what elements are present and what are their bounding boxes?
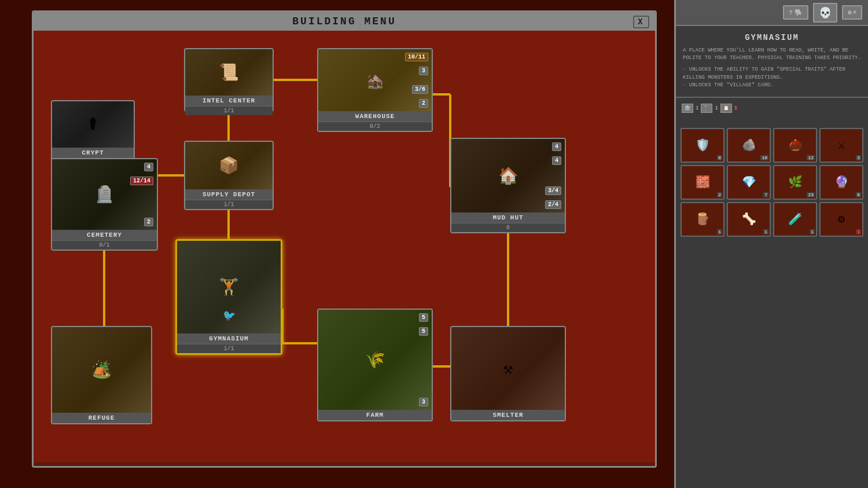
- inv-icon-2: 🌰: [788, 138, 803, 152]
- smelter-icon: ⚒️: [451, 327, 565, 410]
- inv-slot-4[interactable]: 🧱 2: [681, 165, 724, 200]
- refuge-card[interactable]: 🏕️ REFUGE: [51, 326, 152, 424]
- inv-count-0: 8: [717, 155, 722, 160]
- inv-count-10: 1: [810, 229, 815, 234]
- inv-slot-1[interactable]: 🪨 10: [727, 128, 771, 163]
- settings-button[interactable]: ⚙️ #: [842, 5, 862, 20]
- sidebar-top-bar: ? 🐘 💀 ⚙️ #: [676, 0, 868, 26]
- inv-count-5: 7: [763, 192, 768, 197]
- intel-center-card[interactable]: 📜 INTEL CENTER 1/1: [184, 48, 274, 112]
- smelter-label: SMELTER: [451, 410, 565, 420]
- inv-icon-10: 🧪: [788, 212, 803, 226]
- intel-icon: 📜: [185, 49, 273, 96]
- mudhut-res-3: 3/4: [545, 186, 561, 195]
- inv-slot-11[interactable]: ⚙️ 1: [819, 202, 863, 237]
- effect-2: · UNLOCKS THE "VILLAGE" CARD.: [683, 82, 861, 90]
- supply-image: 📦: [185, 142, 273, 189]
- building-res-count-2: 1: [715, 105, 718, 111]
- inv-icon-11: ⚙️: [838, 212, 845, 226]
- smelter-image: ⚒️: [451, 327, 565, 410]
- inv-slot-7[interactable]: 🔮 6: [819, 165, 863, 200]
- supply-counter: 1/1: [185, 200, 273, 209]
- settings-icon: ⚙️: [848, 9, 852, 16]
- sidebar-building-effects: · UNLOCKS THE ABILITY TO GAIN "SPECIAL T…: [683, 66, 861, 90]
- mudhut-res-4: 2/4: [545, 200, 561, 209]
- inv-count-4: 2: [717, 192, 722, 197]
- gymnasium-label: GYMNASIUM: [177, 333, 281, 344]
- sidebar-building-title: GYMNASIUM: [683, 33, 861, 42]
- settings-label: #: [854, 10, 856, 16]
- building-res-count-1: 1: [696, 105, 698, 111]
- menu-content: ⚰️ CRYPT 0/1 📜 INTEL CENTER 1/1 🏚️ 10/11…: [34, 31, 655, 463]
- inv-count-3: 3: [856, 155, 861, 160]
- supply-icon: 📦: [185, 142, 273, 189]
- intel-image: 📜: [185, 49, 273, 96]
- inv-slot-0[interactable]: 🛡️ 8: [681, 128, 724, 163]
- mudhut-res-1: 4: [552, 142, 561, 151]
- help-button[interactable]: ? 🐘: [783, 5, 808, 20]
- farm-card[interactable]: 🌾 5 5 3 FARM: [317, 309, 433, 421]
- res-icon-group-2: 🔨 1: [701, 104, 718, 113]
- inv-slot-3[interactable]: ⚔️ 3: [819, 128, 863, 163]
- inv-icon-7: 🔮: [834, 175, 849, 189]
- cemetery-label: CEMETERY: [52, 230, 157, 240]
- crypt-label: CRYPT: [52, 148, 134, 158]
- inv-slot-8[interactable]: 🪵 1: [681, 202, 724, 237]
- inv-count-6: 23: [807, 192, 815, 197]
- warehouse-card[interactable]: 🏚️ 10/11 3 3/6 2 WAREHOUSE 0/2: [317, 48, 433, 132]
- inv-slot-2[interactable]: 🌰 12: [773, 128, 817, 163]
- warehouse-res-4: 2: [419, 99, 428, 108]
- close-button[interactable]: X: [633, 16, 649, 28]
- inv-icon-4: 🧱: [696, 175, 710, 189]
- inv-count-2: 12: [807, 155, 815, 160]
- supply-depot-card[interactable]: 📦 SUPPLY DEPOT 1/1: [184, 141, 274, 210]
- sidebar-building-info: GYMNASIUM A PLACE WHERE YOU'LL LEARN HOW…: [676, 26, 868, 98]
- sidebar-building-desc: A PLACE WHERE YOU'LL LEARN HOW TO READ, …: [683, 47, 861, 61]
- warehouse-image: 🏚️ 10/11 3 3/6 2: [318, 49, 432, 111]
- inv-icon-9: 🦴: [742, 212, 756, 226]
- mudhut-image: 🏠 4 4 3/4 2/4: [451, 139, 565, 212]
- inv-slot-9[interactable]: 🦴 1: [727, 202, 771, 237]
- elephant-icon: 🐘: [795, 9, 803, 16]
- crypt-card[interactable]: ⚰️ CRYPT 0/1: [51, 100, 135, 164]
- resource-icon-row: 🏛️ 1 🔨 1 📋 1: [682, 104, 862, 113]
- mud-hut-card[interactable]: 🏠 4 4 3/4 2/4 MUD HUT 0: [450, 138, 566, 233]
- inv-slot-6[interactable]: 🌿 23: [773, 165, 817, 200]
- warehouse-res-2: 3: [419, 67, 428, 75]
- farm-icon: 🌾: [318, 310, 432, 410]
- crypt-icon: ⚰️: [52, 101, 134, 148]
- inv-slot-10[interactable]: 🧪 1: [773, 202, 817, 237]
- cemetery-card[interactable]: 🪦 4 12/14 2 CEMETERY 0/1: [51, 158, 158, 251]
- gymnasium-counter: 1/1: [177, 344, 281, 353]
- inv-count-8: 1: [717, 229, 722, 234]
- inv-icon-6: 🌿: [788, 175, 803, 189]
- farm-res-3: 3: [419, 398, 428, 406]
- supply-label: SUPPLY DEPOT: [185, 189, 273, 200]
- inv-icon-3: ⚔️: [838, 138, 845, 152]
- farm-res-1: 5: [419, 313, 428, 322]
- inv-count-9: 1: [763, 229, 768, 234]
- skull-button[interactable]: 💀: [813, 3, 837, 23]
- menu-header: BUILDING MENU X: [34, 12, 655, 31]
- intel-counter: 1/1: [185, 106, 273, 115]
- warehouse-label: WAREHOUSE: [318, 111, 432, 122]
- res-icon-group-3: 📋 1: [720, 104, 737, 113]
- inv-icon-0: 🛡️: [696, 138, 710, 152]
- gymnasium-card[interactable]: 🏋️ 🐦 GYMNASIUM 1/1: [175, 239, 282, 355]
- building-menu: BUILDING MENU X: [32, 10, 657, 468]
- cemetery-icon: 🪦: [52, 159, 157, 230]
- warehouse-res-1: 10/11: [405, 53, 428, 61]
- cemetery-res-2: 12/14: [130, 177, 153, 185]
- help-icon: ?: [789, 9, 793, 16]
- inv-slot-5[interactable]: 💎 7: [727, 165, 771, 200]
- mudhut-res-2: 4: [552, 156, 561, 165]
- crypt-image: ⚰️: [52, 101, 134, 148]
- building-res-icon-3: 📋: [720, 104, 732, 113]
- inv-icon-1: 🪨: [742, 138, 756, 152]
- cemetery-counter: 0/1: [52, 240, 157, 249]
- skull-icon: 💀: [819, 6, 832, 19]
- inv-count-11: 1: [856, 229, 861, 234]
- smelter-card[interactable]: ⚒️ SMELTER: [450, 326, 566, 421]
- effect-1: · UNLOCKS THE ABILITY TO GAIN "SPECIAL T…: [683, 66, 861, 82]
- game-area: BUILDING MENU X: [0, 0, 674, 488]
